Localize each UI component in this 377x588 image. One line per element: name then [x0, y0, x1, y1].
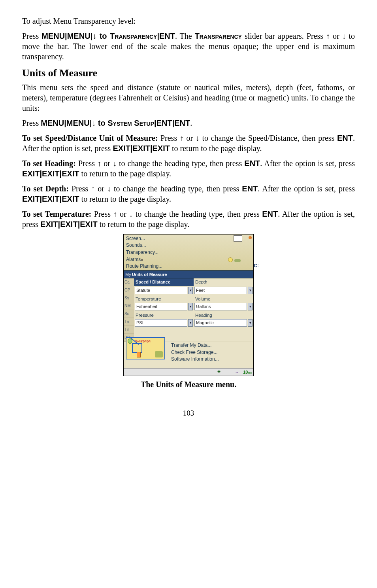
value: 10: [243, 370, 248, 374]
side-item: Ca: [124, 278, 134, 286]
flag-marker-icon: [137, 352, 141, 357]
dropdown-icon[interactable]: ▾: [248, 303, 253, 310]
key-exit: EXIT: [40, 220, 58, 229]
flag-icon: [234, 235, 242, 242]
units-title-bar: MyUnits of Measure: [124, 270, 253, 278]
key-exit: EXIT: [132, 144, 150, 153]
status-bar: ✷ ↔ 10mi: [124, 368, 253, 376]
dropdown-icon[interactable]: ▾: [188, 303, 193, 310]
key-system-setup: System Setup: [107, 119, 154, 127]
heading-units-of-measure: Units of Measure: [22, 66, 355, 80]
field-temperature[interactable]: Fahrenheit: [135, 303, 187, 310]
txt: Press ↑ or ↓ to change the heading type,…: [91, 210, 262, 218]
set-depth: To set Depth: Press ↑ or ↓ to change the…: [22, 183, 355, 204]
side-abbrev-column: Ca GP Sy NM Su Tri Tir Bre: [124, 278, 134, 342]
txt: .: [190, 119, 192, 127]
side-item: GP: [124, 286, 134, 294]
set-temperature: To set Temperature: Press ↑ or ↓ to chan…: [22, 209, 355, 229]
key-exit: EXIT: [60, 220, 77, 229]
txt: Press ↑ or ↓ to change the heading type,…: [69, 184, 242, 193]
txt: to return to the page display.: [79, 169, 172, 178]
divider: [229, 369, 229, 374]
menu-item-transparency[interactable]: Transparency...: [125, 249, 252, 256]
map-thumbnail: S-476454: [126, 337, 165, 359]
txt: to return to the page display.: [170, 144, 262, 153]
set-heading: To set Heading: Press ↑ or ↓ to change t…: [22, 158, 355, 179]
page-number: 103: [22, 408, 355, 418]
menu-panel: Screen... Sounds... Transparency... Alar…: [124, 234, 253, 270]
txt: to return to the page display.: [79, 195, 172, 203]
field-pressure[interactable]: PSI: [135, 319, 187, 327]
field-heading[interactable]: Magnetic: [194, 319, 247, 327]
key-menu: MENU: [41, 32, 65, 40]
label: To set Temperature:: [22, 210, 91, 218]
screenshot-units-of-measure: Screen... Sounds... Transparency... Alar…: [123, 234, 254, 376]
label-heading: Heading: [194, 312, 253, 318]
title: Units of Measure: [132, 272, 167, 277]
label-volume: Volume: [194, 295, 253, 302]
side-item: Sy: [124, 294, 134, 302]
figure-caption: The Units of Measure menu.: [123, 379, 254, 389]
label: To set Heading:: [22, 159, 76, 168]
txt: Press: [22, 119, 41, 127]
key-menu: MENU: [67, 32, 90, 40]
set-speed-distance: To set Speed/Distance Unit of Measure: P…: [22, 133, 355, 153]
field-depth[interactable]: Feet: [194, 287, 247, 294]
key-exit: EXIT: [62, 169, 79, 178]
intro-transparency: To adjust Menu Transparency level:: [22, 16, 355, 26]
key-exit: EXIT: [42, 195, 59, 203]
status-distance: 10mi: [243, 369, 252, 375]
selection-box-icon: [132, 343, 142, 353]
txt: to return to the page display.: [98, 220, 190, 229]
indicator-dot-icon: [249, 236, 252, 239]
land-blob-icon: [155, 351, 163, 357]
key-menu: MENU: [66, 119, 90, 127]
menu-item-screen[interactable]: Screen...: [125, 235, 252, 242]
key-exit: EXIT: [113, 144, 130, 153]
submenu-arrow-icon: ▸: [141, 257, 143, 262]
side-item: NM: [124, 302, 134, 310]
header-speed-distance: Speed / Distance: [134, 278, 194, 286]
menu-item-sounds[interactable]: Sounds...: [125, 242, 252, 249]
field-speed-distance[interactable]: Statute: [135, 287, 187, 294]
unit: mi: [248, 371, 252, 374]
txt: Press: [22, 32, 41, 40]
txt: . The: [175, 32, 195, 40]
txt: . After the option is set, press: [260, 159, 355, 168]
dropdown-icon[interactable]: ▾: [188, 287, 193, 294]
transparency-steps: Press MENU|MENU|↓ to Transparency|ENT. T…: [22, 31, 355, 62]
side-item: Tri: [124, 318, 134, 326]
key-ent: ENT: [337, 134, 353, 142]
key-ent: ENT: [156, 119, 172, 127]
units-body: Ca GP Sy NM Su Tri Tir Bre Speed / Dista…: [124, 278, 253, 342]
map-marker-icon: [228, 257, 241, 265]
label: Alarms: [126, 257, 141, 262]
key-exit: EXIT: [80, 220, 97, 229]
key-ent: ENT: [242, 184, 258, 193]
pan-arrow-icon: ↔: [235, 369, 239, 375]
field-volume[interactable]: Gallons: [194, 303, 247, 310]
key-transparency: Transparency: [110, 32, 157, 40]
label-pressure: Pressure: [134, 312, 194, 318]
label: To set Speed/Distance Unit of Measure:: [22, 134, 158, 142]
key-ent: ENT: [244, 159, 260, 168]
key-transparency: Transparency: [195, 32, 242, 40]
prefix: My: [125, 272, 131, 277]
key-exit: EXIT: [42, 169, 59, 178]
dropdown-icon[interactable]: ▾: [188, 319, 193, 327]
key-ent: ENT: [159, 32, 175, 40]
txt: |↓ to: [90, 119, 108, 127]
key-menu: MENU: [41, 119, 64, 127]
units-intro: This menu sets the speed and distance (s…: [22, 82, 355, 113]
side-item: Tir: [124, 326, 134, 334]
label: To set Depth:: [22, 184, 69, 193]
txt: |↓ to: [90, 32, 110, 40]
key-exit: EXIT: [62, 195, 79, 203]
key-exit: EXIT: [22, 169, 40, 178]
txt: Press ↑ or ↓ to change the Speed/Distanc…: [158, 134, 337, 142]
label-temperature: Temperature: [134, 295, 194, 302]
dropdown-icon[interactable]: ▾: [248, 319, 253, 327]
units-press: Press MENU|MENU|↓ to System Setup|ENT|EN…: [22, 118, 355, 128]
dropdown-icon[interactable]: ▾: [248, 287, 253, 294]
side-item: Su: [124, 310, 134, 318]
